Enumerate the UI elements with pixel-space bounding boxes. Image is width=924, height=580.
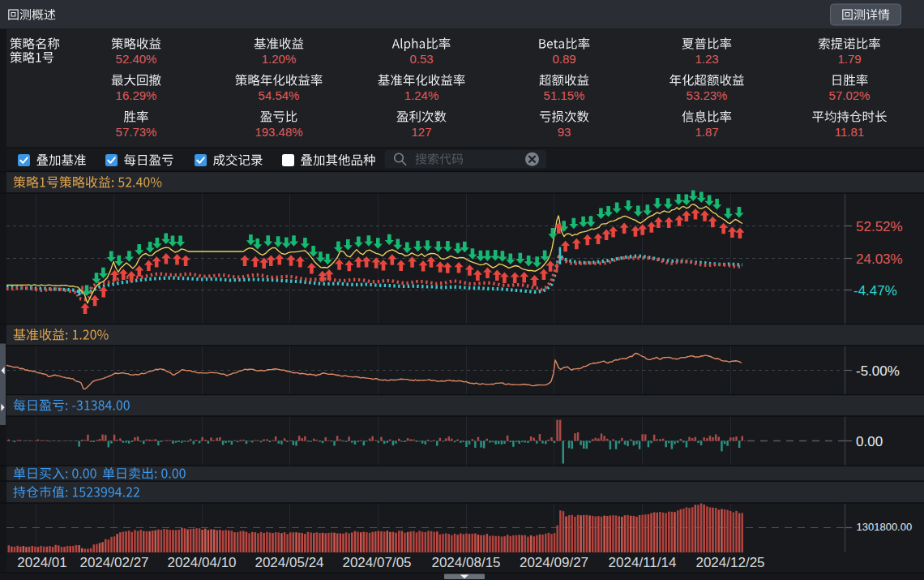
svg-text:57.02%: 57.02% [829, 88, 871, 102]
svg-text:24.03%: 24.03% [856, 251, 903, 267]
svg-text:52.40%: 52.40% [116, 52, 157, 66]
svg-text:-5.00%: -5.00% [856, 363, 900, 379]
svg-text:52.52%: 52.52% [856, 219, 903, 234]
svg-text:2024/07/05: 2024/07/05 [342, 555, 411, 570]
svg-text:51.15%: 51.15% [544, 88, 585, 102]
svg-text:53.23%: 53.23% [687, 88, 728, 102]
svg-text:1.87: 1.87 [695, 125, 718, 139]
svg-text:1.20%: 1.20% [262, 52, 297, 66]
svg-text:127: 127 [411, 125, 431, 139]
svg-text:2024/05/24: 2024/05/24 [255, 555, 323, 570]
svg-text:1.24%: 1.24% [404, 88, 439, 102]
svg-text:0.00: 0.00 [856, 434, 883, 449]
svg-text:2024/11/14: 2024/11/14 [609, 555, 677, 570]
svg-text:16.29%: 16.29% [116, 88, 157, 102]
svg-text:0.53: 0.53 [409, 52, 433, 66]
svg-text:2024/04/10: 2024/04/10 [167, 555, 236, 570]
svg-text:2024/09/27: 2024/09/27 [520, 555, 588, 570]
svg-text:54.54%: 54.54% [259, 88, 300, 102]
svg-text:2024/12/25: 2024/12/25 [695, 555, 764, 570]
svg-text:-4.47%: -4.47% [853, 283, 897, 299]
svg-text:193.48%: 193.48% [255, 125, 302, 139]
svg-text:57.73%: 57.73% [116, 125, 157, 139]
svg-text:1.79: 1.79 [837, 52, 861, 66]
svg-text:93: 93 [558, 125, 571, 139]
svg-text:2024/08/15: 2024/08/15 [431, 555, 500, 570]
svg-text:1.23: 1.23 [695, 52, 718, 66]
svg-text:0.89: 0.89 [552, 52, 575, 66]
svg-text:1301800.00: 1301800.00 [857, 521, 913, 533]
svg-text:2024/01: 2024/01 [17, 555, 66, 570]
svg-text:11.81: 11.81 [835, 125, 864, 139]
svg-text:2024/02/27: 2024/02/27 [79, 555, 148, 570]
